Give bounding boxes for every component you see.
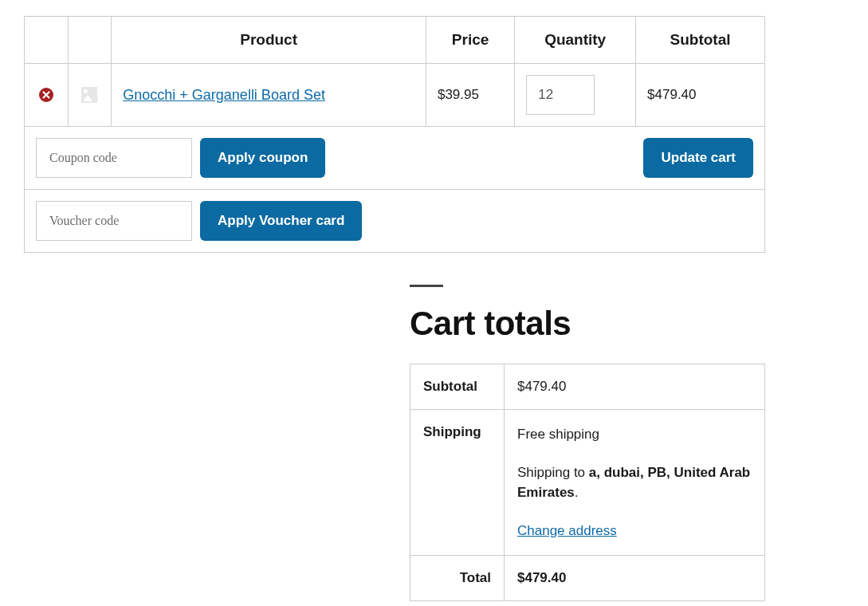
change-address-link[interactable]: Change address	[517, 523, 617, 538]
update-cart-button[interactable]: Update cart	[643, 138, 753, 178]
col-thumb-header	[68, 17, 112, 64]
shipping-to-suffix: .	[575, 485, 579, 500]
quantity-input[interactable]	[526, 75, 595, 115]
col-subtotal-header: Subtotal	[636, 17, 765, 64]
product-thumbnail-placeholder-icon[interactable]	[81, 87, 97, 103]
total-label: Total	[410, 556, 505, 601]
shipping-label: Shipping	[410, 410, 505, 556]
heading-rule	[410, 285, 443, 287]
coupon-code-input[interactable]	[36, 138, 192, 178]
col-product-header: Product	[112, 17, 426, 64]
cart-item-row: Gnocchi + Garganelli Board Set $39.95 $4…	[25, 64, 765, 127]
subtotal-value: $479.40	[505, 364, 765, 410]
col-price-header: Price	[426, 17, 514, 64]
cart-totals-section: Cart totals Subtotal $479.40 Shipping Fr…	[410, 285, 765, 601]
item-subtotal: $479.40	[636, 64, 765, 127]
shipping-to-prefix: Shipping to	[517, 465, 589, 480]
cart-totals-heading: Cart totals	[410, 305, 765, 343]
col-remove-header	[25, 17, 69, 64]
cart-table: Product Price Quantity Subtotal Gnocchi …	[24, 16, 765, 253]
apply-coupon-button[interactable]: Apply coupon	[200, 138, 325, 178]
col-quantity-header: Quantity	[515, 17, 636, 64]
product-name-link[interactable]: Gnocchi + Garganelli Board Set	[123, 87, 325, 103]
subtotal-label: Subtotal	[410, 364, 505, 410]
total-value: $479.40	[505, 556, 765, 601]
cart-totals-table: Subtotal $479.40 Shipping Free shipping …	[410, 364, 765, 601]
item-price: $39.95	[426, 64, 514, 127]
voucher-code-input[interactable]	[36, 201, 192, 241]
shipping-method: Free shipping	[517, 424, 752, 445]
apply-voucher-button[interactable]: Apply Voucher card	[200, 201, 362, 241]
remove-item-icon[interactable]	[36, 87, 57, 103]
shipping-to-text: Shipping to a, dubai, PB, United Arab Em…	[517, 462, 752, 503]
